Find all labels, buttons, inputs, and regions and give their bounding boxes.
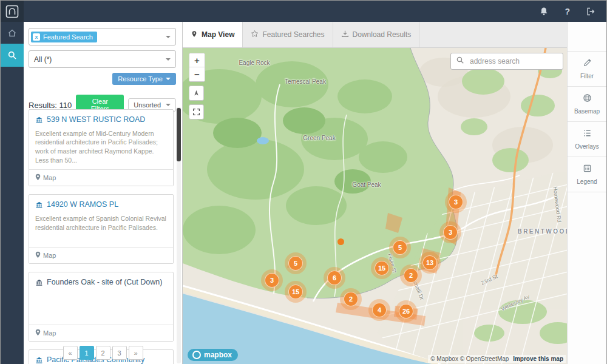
map-pin-icon bbox=[35, 329, 41, 337]
map-place-label: Temescal Peak bbox=[285, 78, 326, 85]
page-prev-button[interactable]: « bbox=[63, 346, 78, 360]
result-card[interactable]: Founders Oak - site of (Cut Down) Map bbox=[29, 272, 174, 342]
page-3-button[interactable]: 3 bbox=[112, 346, 127, 360]
chevron-down-icon bbox=[166, 78, 171, 80]
chip-label: Featured Search bbox=[43, 33, 93, 41]
search-results-panel: x Featured Search All (*) Resource Type … bbox=[24, 22, 183, 364]
featured-search-chip[interactable]: x Featured Search bbox=[31, 32, 97, 42]
result-description: Excellent example of Mid-Century Modern … bbox=[29, 129, 173, 170]
result-map-link[interactable]: Map bbox=[29, 325, 173, 341]
building-icon bbox=[35, 201, 43, 212]
scope-select[interactable]: All (*) bbox=[29, 50, 176, 68]
map-cluster-marker[interactable]: 26 bbox=[395, 300, 417, 322]
app-logo-icon[interactable] bbox=[1, 1, 24, 22]
map-cluster-marker[interactable]: 5 bbox=[285, 252, 307, 274]
fullscreen-button[interactable] bbox=[189, 104, 204, 120]
map-cluster-marker[interactable]: 5 bbox=[389, 237, 411, 258]
globe-icon bbox=[583, 93, 592, 105]
remove-chip-icon[interactable]: x bbox=[33, 33, 40, 41]
result-description: Excellent example of Spanish Colonial Re… bbox=[29, 214, 173, 247]
scope-value: All (*) bbox=[34, 55, 52, 64]
tab-bar: Map View Featured Searches Download Resu… bbox=[183, 22, 568, 48]
compass-button[interactable] bbox=[189, 86, 204, 101]
zoom-in-button[interactable]: + bbox=[189, 53, 205, 67]
mapbox-logo[interactable]: mapbox bbox=[188, 349, 238, 361]
map-cluster-marker[interactable]: 3 bbox=[439, 221, 461, 243]
result-description bbox=[29, 292, 173, 325]
page-next-button[interactable]: » bbox=[129, 346, 143, 360]
map-place-label: Goat Peak bbox=[352, 181, 381, 188]
results-scrollbar[interactable] bbox=[177, 107, 181, 363]
legend-tool-button[interactable]: Legend bbox=[568, 157, 606, 192]
map-cluster-marker[interactable]: 15 bbox=[371, 257, 393, 279]
topbar-actions: ? bbox=[539, 7, 606, 16]
star-icon bbox=[251, 30, 259, 39]
building-icon bbox=[35, 278, 43, 289]
map-place-label: Eagle Rock bbox=[239, 59, 270, 66]
map-cluster-marker[interactable]: 15 bbox=[285, 281, 307, 303]
help-icon[interactable]: ? bbox=[565, 7, 570, 16]
overlays-tool-button[interactable]: Overlays bbox=[568, 122, 606, 157]
map-cluster-marker[interactable]: 2 bbox=[340, 288, 362, 310]
chevron-down-icon bbox=[166, 58, 171, 61]
filter-tool-button[interactable]: Filter bbox=[568, 52, 606, 87]
list-icon bbox=[583, 129, 592, 140]
result-title[interactable]: 539 N WEST RUSTIC ROAD bbox=[29, 110, 173, 129]
search-nav-icon[interactable] bbox=[1, 44, 24, 67]
home-nav-icon[interactable] bbox=[1, 22, 24, 44]
search-icon bbox=[456, 56, 464, 67]
resource-type-row: Resource Type bbox=[29, 73, 176, 85]
sign-in-icon[interactable] bbox=[586, 7, 595, 16]
building-icon bbox=[35, 116, 43, 127]
results-list: 539 N WEST RUSTIC ROAD Excellent example… bbox=[24, 107, 182, 364]
map-cluster-marker[interactable]: 6 bbox=[324, 267, 345, 289]
map-tools-rail: Filter Basemap Overlays Legend bbox=[567, 22, 606, 364]
building-icon bbox=[35, 356, 43, 364]
map-pin-icon bbox=[191, 30, 198, 40]
map-controls: + − bbox=[189, 53, 205, 120]
scrollbar-thumb[interactable] bbox=[177, 108, 181, 161]
featured-search-select[interactable]: x Featured Search bbox=[29, 28, 176, 46]
zoom-out-button[interactable]: − bbox=[189, 67, 205, 81]
download-icon bbox=[341, 30, 349, 39]
map-cluster-marker[interactable]: 4 bbox=[368, 299, 390, 321]
result-title[interactable]: 14920 W RAMOS PL bbox=[29, 195, 173, 214]
result-title[interactable]: Founders Oak - site of (Cut Down) bbox=[29, 272, 173, 292]
app-window: ? x Featured Search All (*) bbox=[0, 0, 607, 364]
legend-icon bbox=[583, 164, 592, 175]
attribution-text: © Mapbox © OpenStreetMap bbox=[430, 356, 509, 362]
map-place-label: BRENTWOOD bbox=[517, 228, 568, 235]
improve-map-link[interactable]: Improve this map bbox=[513, 356, 563, 362]
notifications-bell-icon[interactable] bbox=[539, 7, 549, 16]
map-pin-icon bbox=[35, 174, 41, 182]
map-canvas[interactable]: Eagle RockTemescal PeakGreen PeakGoat Pe… bbox=[183, 48, 568, 364]
tab-featured-searches[interactable]: Featured Searches bbox=[243, 22, 333, 47]
result-card[interactable]: 14920 W RAMOS PL Excellent example of Sp… bbox=[29, 194, 174, 264]
pencil-icon bbox=[583, 58, 592, 70]
map-cluster-marker[interactable]: 3 bbox=[445, 191, 467, 213]
page-2-button[interactable]: 2 bbox=[96, 346, 110, 360]
page-1-button[interactable]: 1 bbox=[80, 346, 94, 360]
map-pin-icon bbox=[35, 251, 41, 260]
tab-map-view[interactable]: Map View bbox=[183, 22, 243, 47]
map-place-label: Green Peak bbox=[303, 135, 335, 141]
pagination: « 1 2 3 » bbox=[63, 346, 143, 360]
map-cluster-marker[interactable]: 2 bbox=[400, 265, 422, 286]
resource-type-button[interactable]: Resource Type bbox=[112, 73, 176, 85]
chevron-down-icon bbox=[166, 36, 171, 38]
map-cluster-marker[interactable]: 3 bbox=[261, 269, 283, 291]
result-card[interactable]: 539 N WEST RUSTIC ROAD Excellent example… bbox=[29, 109, 174, 186]
chevron-down-icon bbox=[166, 104, 171, 106]
map-marker-dot[interactable] bbox=[337, 238, 344, 245]
top-bar: ? bbox=[1, 1, 606, 22]
mapbox-logo-icon bbox=[192, 351, 201, 359]
address-search-input[interactable] bbox=[469, 56, 558, 66]
map-cluster-marker[interactable]: 13 bbox=[419, 252, 441, 274]
tab-download-results[interactable]: Download Results bbox=[333, 22, 420, 47]
basemap-tool-button[interactable]: Basemap bbox=[568, 87, 606, 122]
result-map-link[interactable]: Map bbox=[29, 247, 173, 263]
map-attribution: © Mapbox © OpenStreetMap Improve this ma… bbox=[428, 355, 566, 363]
result-map-link[interactable]: Map bbox=[29, 169, 173, 186]
map-area: Map View Featured Searches Download Resu… bbox=[183, 22, 568, 364]
address-search-box[interactable] bbox=[450, 53, 563, 70]
